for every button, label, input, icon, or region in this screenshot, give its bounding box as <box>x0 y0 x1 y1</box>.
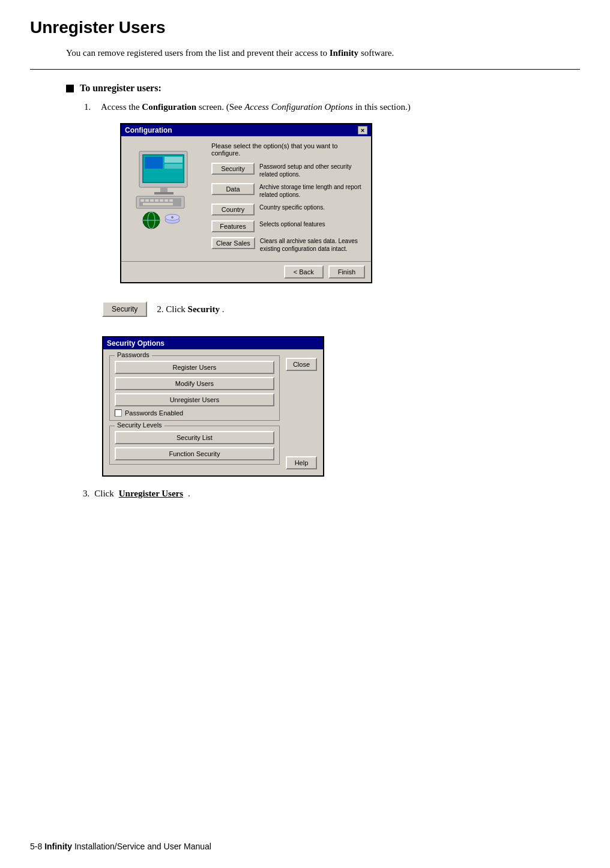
step3-number: 3. <box>83 489 89 499</box>
config-country-desc: Country specific options. <box>259 203 365 211</box>
config-row-features: Features Selects optional features <box>211 220 365 232</box>
security-levels-groupbox: Security Levels Security List Function S… <box>109 426 280 465</box>
config-data-button[interactable]: Data <box>211 183 255 195</box>
svg-rect-16 <box>169 199 173 202</box>
security-levels-label: Security Levels <box>115 421 165 429</box>
steps-container: 1. Access the Configuration screen. (See… <box>84 102 580 283</box>
page-title: Unregister Users <box>30 18 580 37</box>
config-security-desc: Password setup and other security relate… <box>259 163 365 178</box>
passwords-enabled-row: Passwords Enabled <box>115 409 274 417</box>
bullet-header: To unregister users: <box>66 83 580 94</box>
config-body: Please select the option(s) that you wan… <box>121 136 371 261</box>
step1-bold: Configuration <box>142 102 196 112</box>
config-clearsales-button[interactable]: Clear Sales <box>211 237 255 249</box>
intro-text-before: You can remove registered users from the… <box>66 48 327 58</box>
security-close-button[interactable]: Close <box>286 358 317 371</box>
step1-text: Access the Configuration screen. (See Ac… <box>101 102 580 112</box>
config-right-panel: Please select the option(s) that you wan… <box>211 142 365 255</box>
config-close-button[interactable]: × <box>358 126 367 134</box>
unregister-users-button[interactable]: Unregister Users <box>115 393 274 406</box>
security-button-image[interactable]: Security <box>102 301 147 317</box>
config-clearsales-desc: Clears all archive sales data. Leaves ex… <box>260 237 365 253</box>
content-area: To unregister users: 1. Access the Confi… <box>66 83 580 283</box>
security-list-button[interactable]: Security List <box>115 431 274 444</box>
security-left-panel: Passwords Register Users Modify Users Un… <box>109 355 280 469</box>
intro-text-after: software. <box>361 48 394 58</box>
security-dialog: Security Options Passwords Register User… <box>102 336 324 477</box>
svg-rect-10 <box>140 199 144 202</box>
security-help-button[interactable]: Help <box>286 456 317 469</box>
intro-paragraph: You can remove registered users from the… <box>66 48 580 58</box>
step2-text-before: Click <box>166 304 187 314</box>
footer-page: 5-8 <box>30 842 42 851</box>
step1-text-before: Access the <box>101 102 140 112</box>
footer-brand: Infinity <box>44 842 72 851</box>
step1-text-mid: screen. (See <box>199 102 242 112</box>
register-users-button[interactable]: Register Users <box>115 361 274 374</box>
security-body: Passwords Register Users Modify Users Un… <box>103 349 323 475</box>
svg-rect-3 <box>145 157 163 169</box>
svg-rect-17 <box>143 203 173 205</box>
security-titlebar: Security Options <box>103 337 323 349</box>
config-security-button[interactable]: Security <box>211 163 255 175</box>
function-security-button[interactable]: Function Security <box>115 447 274 460</box>
svg-rect-7 <box>154 192 174 194</box>
step3-row: 3. Click Unregister Users . <box>83 489 580 499</box>
svg-rect-14 <box>160 199 163 202</box>
config-title: Configuration <box>125 126 172 134</box>
config-row-data: Data Archive storage time length and rep… <box>211 183 365 199</box>
passwords-enabled-label: Passwords Enabled <box>125 409 183 417</box>
config-finish-button[interactable]: Finish <box>328 265 365 279</box>
config-data-desc: Archive storage time length and report r… <box>259 183 365 199</box>
config-back-button[interactable]: < Back <box>284 265 324 279</box>
passwords-group-label: Passwords <box>115 351 152 358</box>
config-country-button[interactable]: Country <box>211 203 255 215</box>
footer: 5-8 Infinity Installation/Service and Us… <box>30 842 211 851</box>
svg-rect-11 <box>145 199 149 202</box>
bullet-header-text: To unregister users: <box>80 83 162 94</box>
divider <box>30 69 580 70</box>
passwords-groupbox: Passwords Register Users Modify Users Un… <box>109 355 280 421</box>
config-dialog: Configuration × <box>120 123 372 283</box>
config-row-security: Security Password setup and other securi… <box>211 163 365 178</box>
config-row-clearsales: Clear Sales Clears all archive sales dat… <box>211 237 365 253</box>
config-row-country: Country Country specific options. <box>211 203 365 215</box>
svg-point-23 <box>171 216 174 219</box>
svg-rect-13 <box>155 199 159 202</box>
config-titlebar: Configuration × <box>121 124 371 136</box>
svg-rect-12 <box>150 199 154 202</box>
bullet-icon <box>66 85 74 92</box>
step2-bold: Security <box>188 304 220 314</box>
config-prompt: Please select the option(s) that you wan… <box>211 142 365 157</box>
config-footer: < Back Finish <box>121 261 371 282</box>
step3-end: . <box>188 489 190 499</box>
config-features-button[interactable]: Features <box>211 220 255 232</box>
step1-number: 1. <box>84 102 101 112</box>
svg-rect-15 <box>165 199 168 202</box>
step-1: 1. Access the Configuration screen. (See… <box>84 102 580 112</box>
step1-italic: Access Configuration Options <box>244 102 353 112</box>
step2-text: 2. Click Security . <box>157 304 224 315</box>
step2-number: 2. <box>157 304 163 314</box>
config-features-desc: Selects optional features <box>259 220 365 228</box>
step3-bold: Unregister Users <box>119 489 183 499</box>
passwords-enabled-checkbox[interactable] <box>115 409 122 417</box>
computer-illustration <box>127 142 205 232</box>
step3-text-before: Click <box>94 489 114 499</box>
step2-end: . <box>222 304 225 314</box>
svg-rect-4 <box>165 157 183 163</box>
step2-row: Security 2. Click Security . <box>66 295 580 323</box>
computer-image-area <box>127 142 205 232</box>
security-right-panel: Close Help <box>286 355 317 469</box>
svg-rect-5 <box>165 164 183 169</box>
security-title: Security Options <box>107 339 165 348</box>
footer-text: Installation/Service and User Manual <box>74 842 211 851</box>
step1-end: in this section.) <box>355 102 411 112</box>
modify-users-button[interactable]: Modify Users <box>115 377 274 390</box>
intro-bold: Infinity <box>330 48 358 58</box>
